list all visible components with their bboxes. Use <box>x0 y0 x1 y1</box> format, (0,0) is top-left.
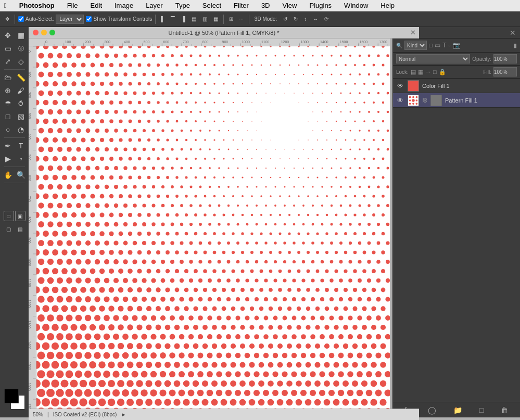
svg-point-576 <box>242 158 243 159</box>
align-bottom-btn[interactable]: ▦ <box>211 15 220 23</box>
svg-point-767 <box>256 205 258 207</box>
auto-select-select[interactable]: Layer Group <box>56 15 84 24</box>
new-layer-btn[interactable]: □ <box>479 406 484 414</box>
layer-row-color-fill[interactable]: 👁 Color Fill 1 <box>393 79 520 93</box>
foreground-color-swatch[interactable] <box>4 389 19 403</box>
menu-select[interactable]: Select <box>200 2 223 9</box>
new-group-btn[interactable]: 📁 <box>453 406 462 414</box>
menu-plugins[interactable]: Plugins <box>307 2 334 9</box>
filter-adjust-btn[interactable]: ▭ <box>435 42 440 49</box>
tool-rect-select[interactable]: ▭ <box>2 42 14 55</box>
tool-slice[interactable]: ◇ <box>15 55 27 68</box>
menu-help[interactable]: Help <box>378 2 397 9</box>
menu-filter[interactable]: Filter <box>232 2 251 9</box>
left-toolbar-sep-4 <box>4 183 25 183</box>
lock-position-icon[interactable]: → <box>425 69 431 75</box>
menu-edit[interactable]: Edit <box>88 2 104 9</box>
tool-hand[interactable]: ✋ <box>2 169 14 181</box>
svg-point-891 <box>344 232 347 235</box>
tool-path-select[interactable]: ▶ <box>2 152 14 165</box>
menu-type[interactable]: Type <box>173 2 192 9</box>
svg-point-222 <box>317 65 319 66</box>
close-window-btn[interactable] <box>33 30 39 35</box>
tool-stamp[interactable]: ☂ <box>2 97 14 110</box>
full-screen-btn[interactable]: ▤ <box>15 224 26 234</box>
align-center-btn[interactable]: ▔ <box>169 15 177 23</box>
document-canvas[interactable] <box>36 46 390 420</box>
menu-photoshop[interactable]: Photoshop <box>17 2 57 9</box>
menu-view[interactable]: View <box>281 2 299 9</box>
tool-gradient[interactable]: ▧ <box>15 110 27 123</box>
lock-artboard-icon[interactable]: □ <box>433 69 437 75</box>
align-left-btn[interactable]: ▌ <box>159 15 167 23</box>
tool-history[interactable]: ⥀ <box>15 97 27 110</box>
svg-point-893 <box>363 232 366 235</box>
zoom-window-btn[interactable] <box>49 30 55 35</box>
align-top-btn[interactable]: ▤ <box>189 15 198 23</box>
transform-btn-5[interactable]: ⟳ <box>322 15 331 23</box>
transform-btn-1[interactable]: ↺ <box>281 15 289 23</box>
tool-artboard[interactable]: ▦ <box>15 29 27 42</box>
transform-btn-2[interactable]: ↻ <box>291 15 300 23</box>
align-right-btn[interactable]: ▐ <box>179 15 187 23</box>
screen-mode-btn[interactable]: ▢ <box>4 224 14 234</box>
tool-shape[interactable]: ▫ <box>15 152 27 165</box>
align-middle-btn[interactable]: ▥ <box>200 15 209 23</box>
layer-row-pattern-fill[interactable]: 👁 ⛓ <box>393 93 520 108</box>
lock-pixels-icon[interactable]: ▦ <box>418 69 423 75</box>
tool-crop[interactable]: ⤢ <box>2 55 14 68</box>
tool-eyedropper[interactable]: 🗁 <box>2 71 14 84</box>
transform-btn-3[interactable]: ↕ <box>302 15 309 23</box>
tool-zoom[interactable]: 🔍 <box>15 169 27 181</box>
lock-transparent-icon[interactable]: ▤ <box>411 69 416 75</box>
distribute-btn[interactable]: ⊞ <box>227 15 235 23</box>
filter-toggle[interactable]: ▮ <box>514 42 517 49</box>
tool-blur[interactable]: ○ <box>2 123 14 136</box>
filter-shape-btn[interactable]: ▫ <box>449 42 451 49</box>
menu-file[interactable]: File <box>65 2 80 9</box>
close-document-btn[interactable]: ✕ <box>410 29 416 36</box>
add-mask-btn[interactable]: ◯ <box>428 406 436 414</box>
fill-input[interactable] <box>493 67 517 77</box>
show-transform-checkbox[interactable] <box>86 16 92 22</box>
tool-lasso[interactable]: ⦾ <box>15 42 27 55</box>
more-btn[interactable]: ··· <box>237 15 246 23</box>
delete-layer-btn[interactable]: 🗑 <box>501 406 508 414</box>
svg-point-1624 <box>416 99 418 101</box>
lock-all-icon[interactable]: 🔒 <box>439 69 446 75</box>
minimize-window-btn[interactable] <box>41 30 47 35</box>
status-arrow-icon[interactable]: ► <box>121 412 126 417</box>
standard-mode-btn[interactable]: □ <box>4 211 14 221</box>
quickmask-mode-btn[interactable]: ▣ <box>15 211 26 221</box>
layer-visibility-color-fill[interactable]: 👁 <box>396 82 404 90</box>
filter-smart-btn[interactable]: 📷 <box>453 42 461 49</box>
tool-brush[interactable]: 🖌 <box>15 84 27 97</box>
filter-pixel-btn[interactable]: □ <box>429 42 433 49</box>
menu-image[interactable]: Image <box>112 2 135 9</box>
blend-mode-select[interactable]: Normal <box>396 54 470 63</box>
menu-window[interactable]: Window <box>342 2 370 9</box>
tool-move[interactable]: ✥ <box>2 29 14 42</box>
tool-ruler[interactable]: 📏 <box>15 71 27 84</box>
tool-dodge[interactable]: ◔ <box>15 123 27 136</box>
svg-point-1335 <box>231 343 236 349</box>
filter-type-btn[interactable]: T <box>442 42 446 49</box>
tool-healing[interactable]: ⊕ <box>2 84 14 97</box>
layers-kind-select[interactable]: Kind <box>404 41 427 50</box>
layer-visibility-pattern-fill[interactable]: 👁 <box>396 97 404 104</box>
transform-btn-4[interactable]: ↔ <box>311 15 320 23</box>
tool-pen[interactable]: ✒ <box>2 139 14 152</box>
tool-eraser[interactable]: □ <box>2 110 14 123</box>
color-swatches[interactable] <box>4 389 25 410</box>
auto-select-checkbox[interactable] <box>18 16 24 22</box>
menu-layer[interactable]: Layer <box>144 2 165 9</box>
opacity-input[interactable] <box>493 54 517 63</box>
svg-point-640 <box>128 175 132 179</box>
svg-point-1625 <box>409 103 411 105</box>
menu-3d[interactable]: 3D <box>259 2 272 9</box>
tool-text[interactable]: T <box>15 139 27 152</box>
svg-point-470 <box>256 130 257 131</box>
svg-point-278 <box>129 82 132 86</box>
svg-point-1214 <box>170 315 175 321</box>
layers-panel-close-btn[interactable]: ✕ <box>510 29 516 37</box>
